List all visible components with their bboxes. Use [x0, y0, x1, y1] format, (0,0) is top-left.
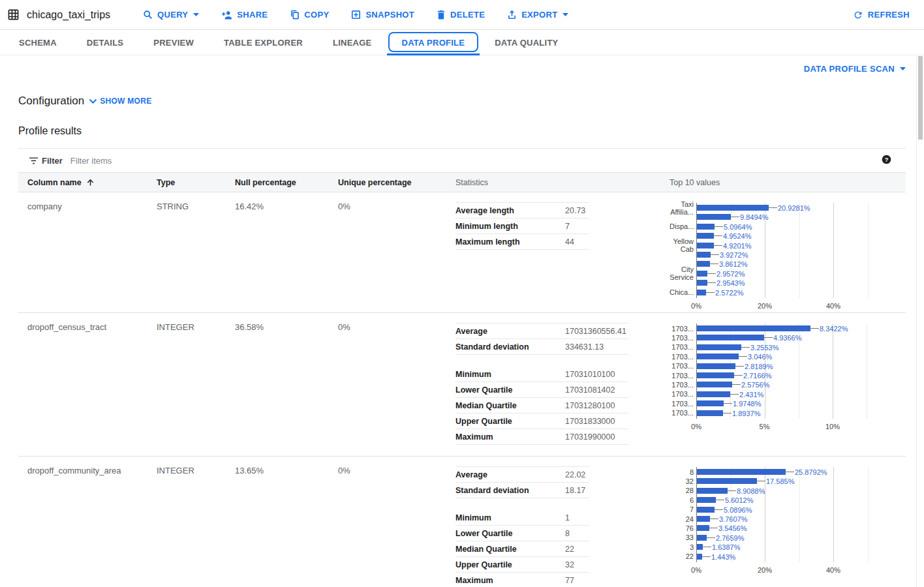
snapshot-button[interactable]: SNAPSHOT: [351, 10, 414, 20]
tab-data-profile[interactable]: DATA PROFILE: [387, 30, 480, 55]
bar-value-text: 2.9572%: [716, 270, 745, 278]
statistic-label: Standard deviation: [455, 342, 565, 352]
column-header-column-name[interactable]: Column name: [27, 178, 157, 187]
bar-value-text: 3.2553%: [750, 344, 778, 352]
column-type: INTEGER: [157, 466, 194, 475]
data-profile-scan-label: DATA PROFILE SCAN: [804, 64, 895, 74]
bar-value-label: 8.9088%: [728, 487, 765, 495]
bar-value-text: 1.8937%: [732, 410, 760, 417]
statistic-value: 8: [565, 529, 570, 538]
tab-table-explorer[interactable]: TABLE EXPLORER: [209, 30, 318, 55]
bar-value-label: 5.0896%: [715, 506, 752, 514]
column-header-type[interactable]: Type: [157, 178, 235, 187]
leader-line: [769, 207, 777, 208]
copy-label: COPY: [304, 10, 329, 20]
bar: [697, 205, 769, 211]
leader-line: [723, 413, 732, 414]
statistic-label: Upper Quartile: [455, 417, 565, 426]
bar-category-label: TaxiAffilia...: [670, 200, 694, 216]
copy-button[interactable]: COPY: [290, 10, 329, 20]
query-button[interactable]: QUERY: [143, 10, 199, 20]
column-header-unique-percentage[interactable]: Unique percentage: [338, 178, 455, 187]
statistics-cell: Average length20.73Minimum length7Maximu…: [455, 200, 670, 250]
export-button[interactable]: EXPORT: [507, 10, 568, 20]
bar-value-text: 17.585%: [766, 477, 794, 485]
bar-value-label: 9.8494%: [731, 213, 768, 221]
bar-value-text: 4.9366%: [773, 334, 801, 342]
bar-category-line: 22: [670, 552, 694, 560]
statistics-table: Average length20.73Minimum length7Maximu…: [455, 202, 589, 250]
table-body: companySTRING16.42%0%Average length20.73…: [18, 192, 906, 587]
statistic-value: 22: [565, 545, 574, 554]
filter-label: Filter: [42, 156, 63, 166]
refresh-label: REFRESH: [868, 10, 910, 20]
tab-preview[interactable]: PREVIEW: [138, 30, 209, 55]
statistic-row: Lower Quartile8: [455, 526, 589, 541]
statistic-value: 17031990000: [565, 432, 615, 442]
delete-button[interactable]: DELETE: [437, 10, 485, 20]
gridline: [833, 467, 834, 562]
bar-value-label: 2.431%: [730, 391, 763, 399]
show-more-button[interactable]: SHOW MORE: [89, 97, 151, 106]
null-percentage-cell: 16.42%: [235, 200, 338, 211]
bar: [697, 214, 731, 220]
bar-value-label: 1.9748%: [724, 400, 761, 408]
tab-lineage[interactable]: LINEAGE: [318, 30, 387, 55]
bar: [697, 507, 715, 513]
bar: [697, 372, 734, 378]
tab-details[interactable]: DETAILS: [72, 30, 138, 55]
bar-value-label: 1.443%: [702, 553, 735, 561]
leader-line: [732, 384, 741, 385]
search-icon: [143, 10, 153, 20]
null-percentage: 16.42%: [235, 202, 264, 211]
column-header-label: Top 10 values: [670, 178, 720, 187]
share-button[interactable]: SHARE: [221, 10, 268, 20]
bar-category-line: Yellow: [670, 237, 694, 245]
bar: [697, 400, 724, 406]
bar-category-line: 32: [670, 477, 694, 485]
statistic-row: Average22.02: [455, 467, 589, 483]
bar-category-line: 28: [670, 487, 694, 494]
bar-value-label: 3.2553%: [741, 344, 778, 352]
statistic-row: Upper Quartile32: [455, 557, 589, 573]
bar-category-line: 1703...: [670, 381, 694, 389]
tab-schema[interactable]: SCHEMA: [4, 30, 72, 55]
column-header-label: Type: [157, 178, 175, 187]
bar-category-label: 33: [670, 534, 694, 541]
bar: [697, 382, 732, 387]
data-profile-scan-button[interactable]: DATA PROFILE SCAN: [804, 61, 906, 76]
bar: [697, 280, 707, 286]
bar-category-line: 1703...: [670, 372, 694, 380]
leader-line: [707, 282, 716, 283]
tab-strip: SCHEMADETAILSPREVIEWTABLE EXPLORERLINEAG…: [0, 30, 924, 55]
bar: [697, 354, 739, 359]
statistic-label: Maximum: [455, 432, 565, 442]
refresh-button[interactable]: REFRESH: [853, 10, 910, 20]
bar-category-line: Affilia...: [670, 208, 694, 216]
bar-value-label: 3.046%: [739, 353, 772, 361]
leader-line: [757, 481, 765, 481]
caret-down-icon: [900, 67, 906, 70]
bar: [697, 391, 730, 397]
statistic-value: 17031010100: [565, 370, 615, 379]
filter-items-input[interactable]: [70, 156, 882, 166]
bar-value-text: 2.7659%: [716, 534, 744, 542]
statistic-row: Minimum length7: [455, 218, 589, 234]
statistics-spacer: [455, 355, 628, 367]
bar-category-label: Dispa...: [670, 222, 694, 230]
help-button[interactable]: ?: [882, 155, 891, 166]
bar-category-label: 1703...: [670, 362, 694, 370]
tab-data-quality[interactable]: DATA QUALITY: [480, 30, 573, 55]
top-10-values-cell: 0%20%40%25.8792%17.585%8.9088%5.6012%5.0…: [670, 464, 906, 577]
bar-value-label: 2.7659%: [707, 534, 744, 542]
bar-category-label: CityService: [670, 265, 694, 281]
gridline: [868, 203, 869, 298]
top-10-values-chart: 0%20%40%25.8792%17.585%8.9088%5.6012%5.0…: [670, 467, 906, 577]
bar-category-line: 8: [670, 468, 694, 476]
bar: [697, 544, 703, 550]
scrollbar-thumb[interactable]: [918, 56, 923, 140]
column-type: INTEGER: [157, 322, 194, 332]
column-header-null-percentage[interactable]: Null percentage: [235, 178, 338, 187]
bar-category-label: 1703...: [670, 353, 694, 361]
type-cell: INTEGER: [157, 464, 235, 475]
